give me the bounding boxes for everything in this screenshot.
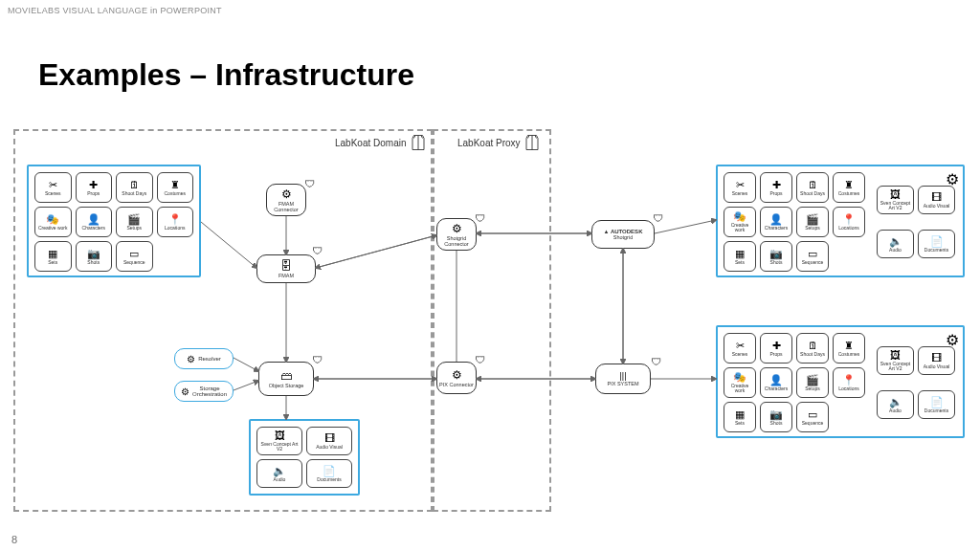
shield-icon: 🛡 (304, 178, 316, 191)
node-label: FMAM (278, 273, 294, 278)
tile-creative-work: 🎭Creative work (724, 207, 756, 237)
tile-costumes: ♜Costumes (157, 172, 194, 203)
tile-sven-concept-art-v2: 🖼Sven Concept Art V2 (256, 427, 302, 455)
tile-setups: 🎬Setups (796, 367, 829, 398)
gear-icon: ⚙ (946, 331, 959, 344)
media-box-bottom: 🖼Sven Concept Art V2🎞Audio Visual🔈Audio📄… (249, 419, 360, 496)
tile-documents: 📄Documents (306, 459, 352, 488)
tile-shots: 📷Shots (760, 241, 792, 272)
media-grid: 🖼Sven Concept Art V2🎞Audio Visual🔈Audio📄… (871, 180, 961, 276)
node-label: Storage Orchestration (192, 386, 227, 397)
shield-icon: 🛡 (312, 354, 323, 367)
fmam-connector-node: ⚙ FMAM Connector (266, 184, 306, 216)
media-grid: 🖼Sven Concept Art V2🎞Audio Visual🔈Audio📄… (871, 341, 961, 436)
tile-sven-concept-art-v2: 🖼Sven Concept Art V2 (877, 186, 914, 214)
shield-icon: 🛡 (651, 356, 662, 369)
tile-scenes: ✂Scenes (724, 172, 756, 203)
tile-shots: 📷Shots (760, 402, 792, 432)
tile-sequence: ▭Sequence (116, 241, 153, 272)
fmam-node: 🗄 FMAM (256, 254, 316, 283)
tile-shoot-days: 🗓Shoot Days (796, 333, 829, 364)
labkoat-proxy-label: LabKoat Proxy (457, 134, 540, 151)
tile-creative-work: 🎭Creative work (724, 367, 756, 398)
node-label: Shotgrid (613, 234, 634, 240)
tile-shots: 📷Shots (76, 241, 113, 272)
tile-props: ✚Props (760, 172, 792, 203)
tile-sequence: ▭Sequence (796, 241, 829, 272)
resolver-node: ⚙Resolver (174, 348, 234, 369)
labcoat-icon (411, 134, 426, 151)
connector-icon: ⚙ (452, 368, 462, 382)
tile-locations: 📍Locations (157, 207, 194, 237)
media-grid: 🖼Sven Concept Art V2🎞Audio Visual🔈Audio📄… (251, 421, 358, 494)
tile-locations: 📍Locations (833, 367, 865, 398)
node-label: Resolver (198, 356, 221, 362)
asset-grid: ✂Scenes✚Props🗓Shoot Days♜Costumes🎭Creati… (29, 166, 199, 277)
node-label: PIX SYSTEM (607, 381, 638, 386)
tile-props: ✚Props (76, 172, 113, 203)
node-label: Object Storage (269, 383, 304, 388)
tile-props: ✚Props (760, 333, 792, 364)
tile-locations: 📍Locations (833, 207, 865, 237)
tile-setups: 🎬Setups (796, 207, 829, 237)
asset-box-left: ✂Scenes✚Props🗓Shoot Days♜Costumes🎭Creati… (27, 165, 201, 277)
gear-icon: ⚙ (946, 170, 959, 184)
tile-sets: ▦Sets (34, 241, 72, 272)
proxy-text: LabKoat Proxy (457, 138, 521, 148)
domain-text: LabKoat Domain (335, 138, 407, 148)
shield-icon: 🛡 (312, 245, 323, 258)
tile-documents: 📄Documents (918, 390, 955, 419)
tile-scenes: ✂Scenes (724, 333, 756, 364)
shotgrid-node: ▲ AUTODESK Shotgrid (591, 220, 655, 249)
tile-scenes: ✂Scenes (34, 172, 72, 203)
tile-documents: 📄Documents (918, 230, 955, 258)
pix-node: ||| PIX SYSTEM (595, 364, 651, 394)
tile-characters: 👤Characters (76, 207, 113, 237)
storage-icon: 🗃 (280, 369, 292, 383)
tile-setups: 🎬Setups (116, 207, 153, 237)
tile-shoot-days: 🗓Shoot Days (796, 172, 829, 203)
tile-characters: 👤Characters (760, 207, 792, 237)
labcoat-icon (524, 134, 540, 151)
shield-icon: 🛡 (653, 212, 664, 226)
tile-costumes: ♜Costumes (833, 333, 865, 364)
tile-audio-visual: 🎞Audio Visual (306, 427, 352, 455)
tile-sets: ▦Sets (724, 402, 756, 432)
asset-grid: ✂Scenes✚Props🗓Shoot Days♜Costumes🎭Creati… (718, 327, 871, 436)
gear-icon: ⚙ (187, 354, 195, 364)
connector-icon: ⚙ (452, 222, 462, 235)
shield-icon: 🛡 (475, 354, 486, 367)
page-title: Examples – Infrastructure (38, 57, 414, 93)
labkoat-proxy-region (433, 129, 551, 512)
connector-icon: ⚙ (281, 187, 292, 201)
database-icon: 🗄 (280, 259, 292, 273)
gear-icon: ⚙ (181, 386, 189, 397)
tile-characters: 👤Characters (760, 367, 792, 398)
header-text: MOVIELABS VISUAL LANGUAGE in POWERPOINT (8, 6, 222, 15)
tile-sven-concept-art-v2: 🖼Sven Concept Art V2 (877, 346, 914, 375)
right-box-bottom: ⚙ ✂Scenes✚Props🗓Shoot Days♜Costumes🎭Crea… (716, 325, 965, 438)
pix-icon: ||| (619, 371, 626, 381)
node-label: FMAM Connector (267, 201, 305, 212)
tile-sequence: ▭Sequence (796, 402, 829, 432)
page-number: 8 (11, 534, 17, 545)
tile-sets: ▦Sets (724, 241, 756, 272)
asset-grid: ✂Scenes✚Props🗓Shoot Days♜Costumes🎭Creati… (718, 166, 871, 276)
pix-connector-node: ⚙ PIX Connector (436, 362, 477, 394)
tile-audio: 🔈Audio (256, 459, 302, 488)
tile-audio: 🔈Audio (877, 230, 914, 258)
node-label: Shotgrid Connector (437, 235, 476, 247)
right-box-top: ⚙ ✂Scenes✚Props🗓Shoot Days♜Costumes🎭Crea… (716, 165, 965, 277)
node-label: PIX Connector (439, 382, 474, 387)
object-storage-node: 🗃 Object Storage (258, 362, 314, 396)
tile-costumes: ♜Costumes (833, 172, 865, 203)
storage-orch-node: ⚙Storage Orchestration (174, 381, 234, 402)
tile-audio-visual: 🎞Audio Visual (918, 346, 955, 375)
tile-audio-visual: 🎞Audio Visual (918, 186, 955, 214)
tile-audio: 🔈Audio (877, 390, 914, 419)
shotgrid-connector-node: ⚙ Shotgrid Connector (436, 218, 477, 251)
tile-creative-work: 🎭Creative work (34, 207, 72, 237)
tile-shoot-days: 🗓Shoot Days (116, 172, 153, 203)
labkoat-domain-label: LabKoat Domain (335, 134, 426, 151)
shield-icon: 🛡 (475, 212, 486, 226)
